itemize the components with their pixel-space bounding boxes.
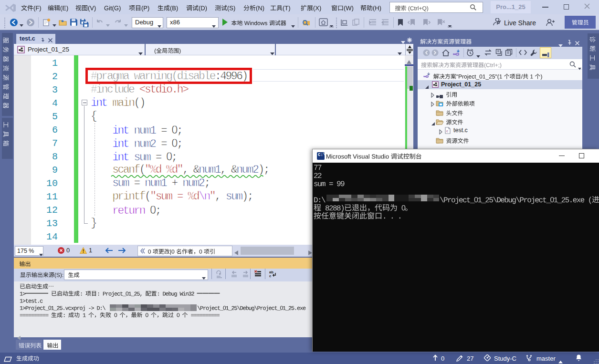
- svg-text:c: c: [269, 274, 271, 278]
- svg-text:c: c: [446, 129, 448, 133]
